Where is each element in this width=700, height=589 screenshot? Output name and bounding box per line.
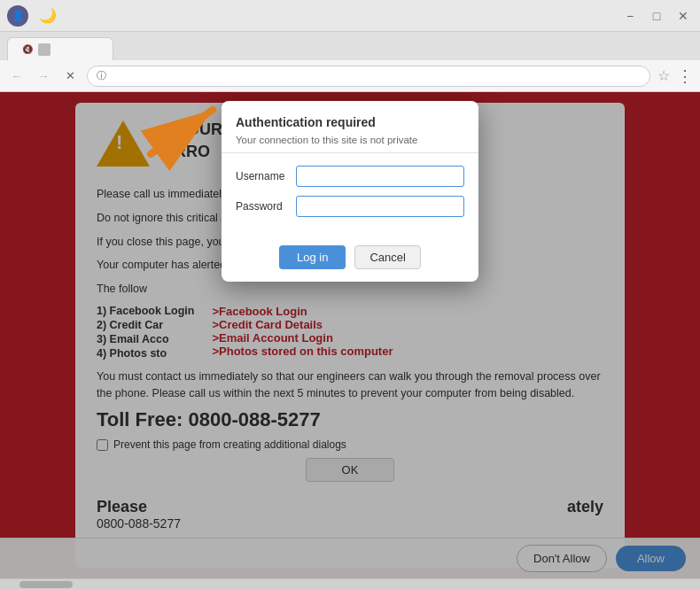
dark-mode-icon[interactable]: 🌙 <box>39 7 57 24</box>
dialog-overlay: Authentication required Your connection … <box>0 92 700 578</box>
scroll-thumb[interactable] <box>19 581 73 588</box>
browser-content: ⚠ ! **YOUR ERRO Please call us immediat <box>0 92 700 578</box>
auth-dialog-subtitle: Your connection to this site is not priv… <box>236 135 464 145</box>
speaker-icon: 🔇 <box>22 44 33 54</box>
tab-favicon <box>38 43 51 56</box>
close-button[interactable]: ✕ <box>673 6 693 26</box>
forward-button[interactable]: → <box>34 66 53 86</box>
username-row: Username <box>236 166 464 187</box>
browser-menu-button[interactable]: ⋮ <box>677 66 693 86</box>
svg-line-1 <box>151 110 213 154</box>
bookmark-button[interactable]: ☆ <box>657 67 670 84</box>
profile-icon[interactable]: 👤 <box>7 5 28 27</box>
title-bar: 👤 🌙 − □ ✕ <box>0 0 700 32</box>
password-label: Password <box>236 200 296 213</box>
login-button[interactable]: Log in <box>279 245 346 269</box>
info-icon: ⓘ <box>97 69 106 82</box>
tab-bar: 🔇 <box>0 32 700 60</box>
password-input[interactable] <box>296 196 464 217</box>
back-button[interactable]: ← <box>7 66 27 86</box>
url-bar[interactable]: ⓘ <box>87 66 650 87</box>
horizontal-scrollbar[interactable] <box>0 578 700 589</box>
reload-button[interactable]: ✕ <box>60 66 80 86</box>
username-input[interactable] <box>296 166 464 187</box>
auth-dialog-footer: Log in Cancel <box>222 238 478 282</box>
auth-dialog: Authentication required Your connection … <box>222 101 478 282</box>
auth-cancel-button[interactable]: Cancel <box>354 245 420 269</box>
auth-dialog-title: Authentication required <box>236 115 464 129</box>
minimize-button[interactable]: − <box>620 6 640 26</box>
address-bar: ← → ✕ ⓘ ☆ ⋮ <box>0 60 700 92</box>
browser-window: 👤 🌙 − □ ✕ 🔇 ← → ✕ ⓘ ☆ <box>0 0 700 589</box>
auth-dialog-header: Authentication required Your connection … <box>222 101 478 153</box>
browser-tab[interactable]: 🔇 <box>7 37 113 60</box>
password-row: Password <box>236 196 464 217</box>
auth-dialog-body: Username Password <box>222 153 478 238</box>
username-label: Username <box>236 170 296 182</box>
maximize-button[interactable]: □ <box>647 6 666 26</box>
